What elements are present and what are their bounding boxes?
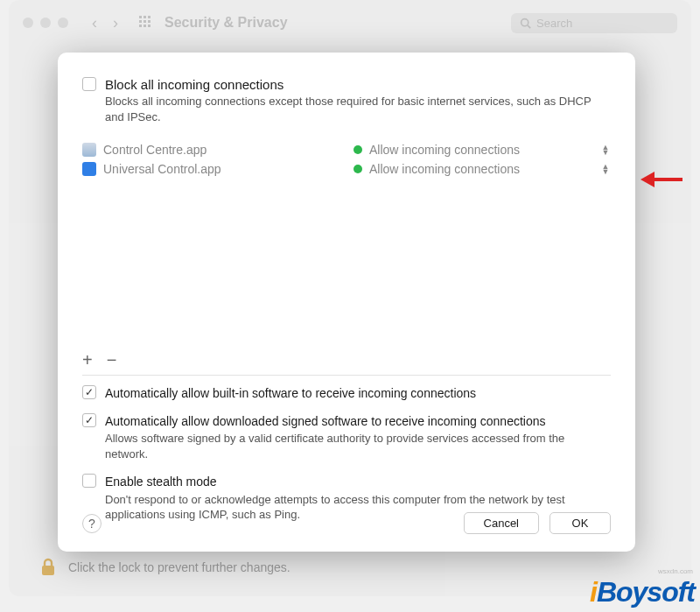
svg-rect-11	[42, 566, 54, 575]
app-status: Allow incoming connections	[369, 143, 593, 157]
forward-button: ›	[105, 14, 126, 32]
app-icon	[82, 143, 96, 157]
auto-signed-checkbox[interactable]	[82, 413, 96, 427]
status-dot-icon	[354, 145, 362, 154]
back-button: ‹	[84, 14, 105, 32]
zoom-icon	[58, 18, 68, 28]
app-row[interactable]: Control Centre.app Allow incoming connec…	[82, 140, 611, 159]
cancel-button[interactable]: Cancel	[464, 512, 539, 534]
svg-rect-1	[144, 16, 146, 18]
search-icon	[520, 18, 531, 29]
sheet-footer: ? Cancel OK	[82, 512, 611, 534]
add-remove-controls: + −	[82, 350, 116, 370]
block-all-checkbox[interactable]	[82, 77, 96, 91]
lock-row: Click the lock to prevent further change…	[40, 558, 290, 577]
lock-text: Click the lock to prevent further change…	[68, 560, 290, 574]
svg-line-10	[528, 25, 530, 27]
app-name: Control Centre.app	[103, 143, 346, 157]
svg-rect-3	[139, 20, 142, 23]
help-button[interactable]: ?	[82, 514, 102, 533]
ok-button[interactable]: OK	[550, 512, 611, 534]
bg-titlebar: ‹ › Security & Privacy Search	[9, 0, 691, 46]
status-stepper[interactable]: ▲▼	[600, 164, 611, 174]
block-all-desc: Blocks all incoming connections except t…	[105, 94, 611, 124]
svg-point-9	[522, 18, 528, 25]
stealth-checkbox[interactable]	[82, 474, 96, 488]
app-status: Allow incoming connections	[369, 162, 593, 176]
svg-rect-0	[139, 16, 142, 18]
firewall-options-sheet: Block all incoming connections Blocks al…	[58, 53, 635, 552]
status-stepper[interactable]: ▲▼	[600, 144, 611, 155]
stealth-label: Enable stealth mode	[105, 474, 217, 489]
status-dot-icon	[354, 165, 362, 173]
app-name: Universal Control.app	[103, 162, 346, 176]
auto-signed-desc: Allows software signed by a valid certif…	[105, 431, 611, 461]
auto-builtin-checkbox[interactable]	[82, 385, 96, 399]
search-placeholder: Search	[536, 17, 572, 30]
svg-rect-5	[148, 20, 150, 23]
add-button[interactable]: +	[82, 350, 93, 370]
traffic-lights	[23, 18, 68, 28]
auto-builtin-label: Automatically allow built-in software to…	[105, 385, 476, 401]
divider	[82, 375, 611, 376]
minimize-icon	[40, 18, 51, 28]
app-icon	[82, 162, 96, 176]
search-field-bg: Search	[511, 13, 677, 33]
watermark: iBoysoft	[590, 576, 695, 608]
auto-signed-label: Automatically allow downloaded signed so…	[105, 413, 546, 429]
svg-rect-2	[148, 16, 150, 18]
svg-rect-6	[139, 25, 142, 27]
svg-rect-7	[144, 25, 146, 27]
remove-button[interactable]: −	[107, 350, 117, 370]
svg-rect-8	[148, 25, 150, 27]
lock-icon	[40, 558, 56, 577]
annotation-arrow-icon	[640, 172, 682, 187]
window-title: Security & Privacy	[164, 15, 511, 31]
apps-grid-icon	[138, 15, 152, 32]
block-all-row: Block all incoming connections Blocks al…	[82, 77, 611, 124]
close-icon	[23, 18, 33, 28]
block-all-label: Block all incoming connections	[105, 77, 611, 92]
app-row[interactable]: Universal Control.app Allow incoming con…	[82, 159, 611, 179]
source-text: wsxdn.com	[658, 567, 693, 575]
app-list: Control Centre.app Allow incoming connec…	[82, 140, 611, 179]
svg-rect-4	[144, 20, 146, 23]
